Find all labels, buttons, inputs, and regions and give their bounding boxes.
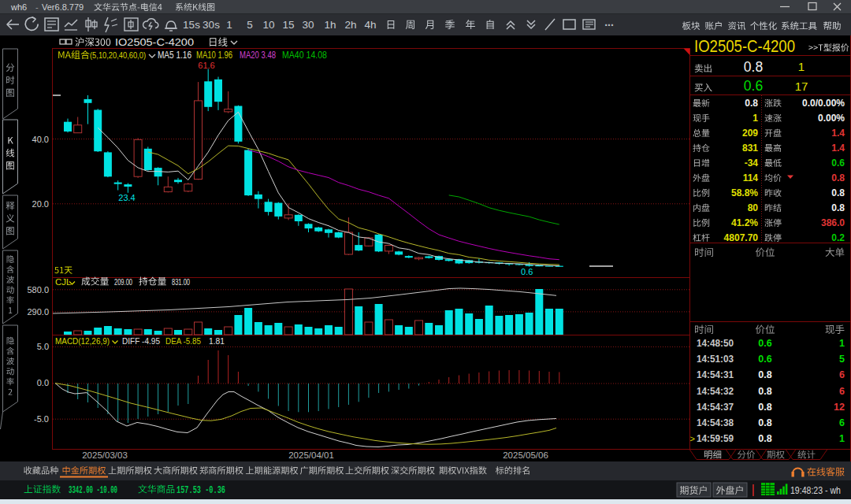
svg-text:1.4: 1.4 bbox=[831, 128, 845, 139]
svg-text:831.00: 831.00 bbox=[172, 277, 190, 287]
svg-text:14:48:50: 14:48:50 bbox=[697, 338, 734, 349]
svg-text:0.6: 0.6 bbox=[521, 267, 533, 276]
svg-text:15s: 15s bbox=[183, 19, 200, 31]
svg-text:IO2505-C-4200: IO2505-C-4200 bbox=[115, 37, 194, 48]
svg-text:0.8: 0.8 bbox=[758, 402, 771, 413]
svg-text:4h: 4h bbox=[364, 19, 376, 31]
svg-text:209.00: 209.00 bbox=[114, 277, 132, 287]
svg-text:>: > bbox=[690, 434, 695, 443]
svg-text:MA40 14.08: MA40 14.08 bbox=[282, 50, 327, 61]
svg-text:MA10 1.96: MA10 1.96 bbox=[196, 50, 232, 61]
svg-text:15: 15 bbox=[282, 19, 294, 31]
svg-text:0.8: 0.8 bbox=[831, 187, 845, 198]
svg-text:0.6: 0.6 bbox=[758, 338, 771, 349]
svg-text:2h: 2h bbox=[344, 19, 356, 31]
svg-text:1: 1 bbox=[839, 338, 845, 349]
svg-text:114: 114 bbox=[743, 172, 759, 183]
svg-text:58.8%: 58.8% bbox=[731, 187, 758, 198]
svg-text:2025/03/03: 2025/03/03 bbox=[82, 450, 128, 460]
svg-text:-5.0: -5.0 bbox=[34, 414, 49, 424]
svg-text:14:54:37: 14:54:37 bbox=[697, 402, 734, 413]
svg-text:...: ... bbox=[604, 16, 614, 28]
svg-text:209: 209 bbox=[742, 128, 758, 139]
svg-text:0.6: 0.6 bbox=[831, 158, 845, 169]
svg-text:MA5 1.16: MA5 1.16 bbox=[158, 50, 191, 61]
svg-text:290.0: 290.0 bbox=[27, 307, 49, 317]
svg-text:0.6: 0.6 bbox=[744, 78, 763, 94]
svg-text:1: 1 bbox=[798, 60, 805, 73]
svg-text:0.8: 0.8 bbox=[744, 59, 763, 75]
svg-text:6: 6 bbox=[839, 386, 845, 397]
svg-text:80: 80 bbox=[748, 202, 759, 213]
svg-text:CJL: CJL bbox=[55, 277, 72, 287]
svg-text:5: 5 bbox=[247, 19, 253, 31]
svg-text:0.8: 0.8 bbox=[758, 433, 771, 444]
svg-text:6: 6 bbox=[839, 417, 845, 428]
svg-text:2025/05/06: 2025/05/06 bbox=[503, 450, 548, 460]
svg-text:20.0: 20.0 bbox=[32, 199, 49, 209]
svg-text:1: 1 bbox=[839, 433, 845, 444]
svg-text:41.2%: 41.2% bbox=[731, 217, 758, 228]
svg-text:0.00%: 0.00% bbox=[818, 113, 845, 124]
svg-text:157.53 -0.36: 157.53 -0.36 bbox=[177, 485, 225, 496]
svg-text:1.81: 1.81 bbox=[209, 336, 225, 346]
svg-text:10: 10 bbox=[262, 19, 274, 31]
svg-text:-: - bbox=[35, 2, 39, 12]
svg-text:MACD(12,26,9): MACD(12,26,9) bbox=[55, 336, 110, 346]
svg-text:30: 30 bbox=[302, 19, 314, 31]
svg-text:14:59:59: 14:59:59 bbox=[697, 433, 734, 444]
svg-text:0.8: 0.8 bbox=[831, 172, 845, 183]
svg-text:5: 5 bbox=[839, 354, 845, 365]
svg-text:831: 831 bbox=[742, 143, 758, 154]
svg-text:wh6: wh6 bbox=[10, 2, 27, 12]
svg-text:5.0: 5.0 bbox=[37, 342, 49, 351]
svg-text:0.8: 0.8 bbox=[745, 98, 758, 109]
svg-text:DEA -5.85: DEA -5.85 bbox=[165, 336, 201, 346]
svg-text:19:48:23 - wh: 19:48:23 - wh bbox=[790, 485, 841, 496]
svg-text:0.8: 0.8 bbox=[758, 369, 771, 380]
svg-text:14:54:31: 14:54:31 bbox=[697, 369, 734, 380]
svg-text:30s: 30s bbox=[203, 19, 220, 31]
svg-text:1.4: 1.4 bbox=[831, 143, 845, 154]
svg-text:6: 6 bbox=[839, 369, 845, 380]
svg-text:0.6: 0.6 bbox=[758, 354, 771, 365]
svg-text:40.0: 40.0 bbox=[32, 135, 49, 144]
svg-text:-34: -34 bbox=[745, 158, 759, 169]
svg-text:386.0: 386.0 bbox=[821, 217, 845, 228]
svg-text:(5,10,20,40,60,0): (5,10,20,40,60,0) bbox=[90, 50, 146, 60]
svg-text:1h: 1h bbox=[324, 19, 336, 31]
svg-text:Ver6.8.779: Ver6.8.779 bbox=[42, 2, 84, 12]
svg-text:0.8: 0.8 bbox=[758, 417, 771, 428]
svg-text:3342.00 -10.00: 3342.00 -10.00 bbox=[69, 485, 117, 496]
svg-text:1: 1 bbox=[226, 19, 232, 31]
svg-text:14:54:38: 14:54:38 bbox=[697, 417, 734, 428]
svg-text:12: 12 bbox=[834, 402, 845, 413]
svg-text:0.0/0.00%: 0.0/0.00% bbox=[802, 98, 845, 109]
svg-text:580.0: 580.0 bbox=[27, 285, 49, 295]
svg-text:61.6: 61.6 bbox=[198, 61, 214, 70]
svg-text:IO2505-C-4200: IO2505-C-4200 bbox=[694, 36, 795, 56]
svg-text:23.4: 23.4 bbox=[118, 193, 135, 202]
svg-text:14:51:03: 14:51:03 bbox=[697, 354, 734, 365]
svg-text:0.8: 0.8 bbox=[831, 202, 845, 213]
svg-text:2025/04/01: 2025/04/01 bbox=[288, 450, 334, 460]
svg-text:0.8: 0.8 bbox=[758, 386, 771, 397]
svg-text:14:54:32: 14:54:32 bbox=[697, 386, 734, 397]
svg-text:17: 17 bbox=[795, 80, 808, 93]
svg-text:4807.70: 4807.70 bbox=[724, 232, 759, 243]
svg-text:MA20 3.48: MA20 3.48 bbox=[240, 50, 276, 61]
svg-text:DIFF -4.95: DIFF -4.95 bbox=[122, 336, 160, 346]
svg-text:0.2: 0.2 bbox=[831, 232, 845, 243]
svg-text:1: 1 bbox=[753, 113, 758, 124]
svg-text:0.0: 0.0 bbox=[37, 378, 49, 387]
